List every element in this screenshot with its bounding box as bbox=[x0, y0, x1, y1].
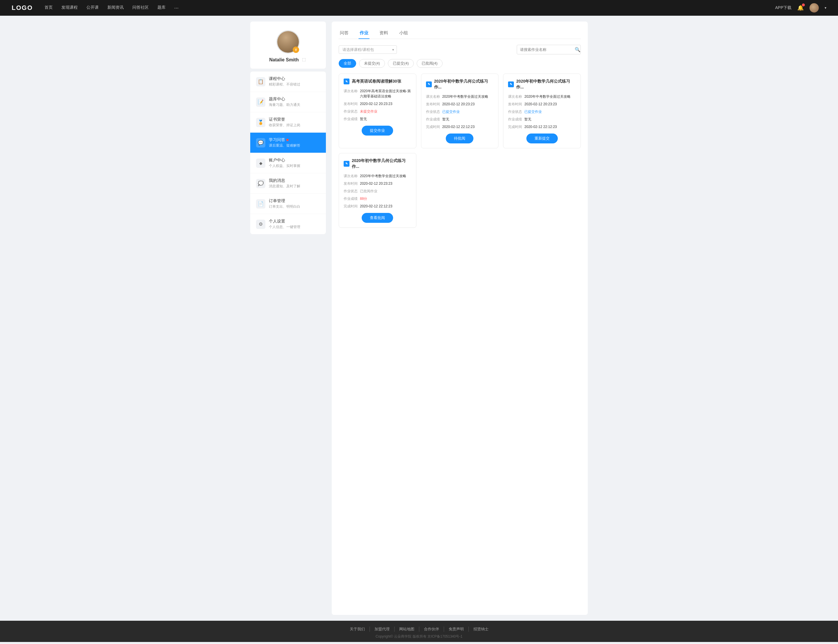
edit-profile-icon[interactable]: ⬚ bbox=[301, 57, 307, 63]
search-input[interactable] bbox=[517, 46, 572, 54]
footer-link-partners[interactable]: 合作伙伴 bbox=[419, 626, 444, 632]
footer-link-about[interactable]: 关于我们 bbox=[345, 626, 370, 632]
notification-bell[interactable]: 🔔 bbox=[797, 5, 803, 11]
question-bank-title: 题库中心 bbox=[269, 97, 320, 102]
footer-link-disclaimer[interactable]: 免责声明 bbox=[444, 626, 469, 632]
account-title: 账户中心 bbox=[269, 158, 320, 163]
settings-title: 个人设置 bbox=[269, 219, 320, 224]
profile-card: V Natalie Smith ⬚ bbox=[250, 21, 326, 69]
sidebar-item-messages[interactable]: 💭 我的消息 消息通知、及时了解 bbox=[250, 173, 326, 194]
tab-homework[interactable]: 作业 bbox=[358, 27, 370, 39]
view-review-button[interactable]: 查看批阅 bbox=[361, 213, 393, 223]
profile-name: Natalie Smith bbox=[269, 57, 299, 62]
question-bank-subtitle: 海量习题、助力通关 bbox=[269, 102, 320, 107]
messages-subtitle: 消息通知、及时了解 bbox=[269, 184, 320, 189]
submit-assignment-button[interactable]: 提交作业 bbox=[361, 126, 393, 136]
certificate-text: 证书荣誉 收获荣誉、持证上岗 bbox=[269, 117, 320, 128]
tab-materials[interactable]: 资料 bbox=[378, 27, 389, 39]
assignment-card-2: ✎ 2020年初中数学几何公式练习作... 课次名称 2020年中考数学全面过关… bbox=[421, 74, 499, 148]
footer-link-sitemap[interactable]: 网站地图 bbox=[394, 626, 419, 632]
sidebar-item-question-bank[interactable]: 📝 题库中心 海量习题、助力通关 bbox=[250, 92, 326, 112]
nav-question-bank[interactable]: 题库 bbox=[158, 5, 166, 11]
main-container: V Natalie Smith ⬚ 📋 课程中心 精彩课程、不容错过 📝 题库中… bbox=[245, 16, 593, 621]
assignment-card-4: ✎ 2020年初中数学几何公式练习作... 课次名称 2020年中考数学全面过关… bbox=[339, 153, 416, 228]
course-center-text: 课程中心 精彩课程、不容错过 bbox=[269, 76, 320, 87]
filter-not-submitted[interactable]: 未提交(4) bbox=[359, 59, 385, 68]
orders-subtitle: 订单支出、明明白白 bbox=[269, 204, 320, 209]
card-field-4-finish: 完成时间 2020-02-12 22:12:23 bbox=[343, 204, 411, 209]
sidebar-item-orders[interactable]: 📄 订单管理 订单支出、明明白白 bbox=[250, 194, 326, 214]
profile-name-row: Natalie Smith ⬚ bbox=[256, 57, 320, 63]
tab-qa[interactable]: 问答 bbox=[339, 27, 350, 39]
nav-news[interactable]: 新闻资讯 bbox=[107, 5, 124, 11]
resubmit-button[interactable]: 重新提交 bbox=[526, 133, 558, 143]
status-badge-2: 已提交作业 bbox=[442, 109, 494, 114]
course-center-icon: 📋 bbox=[256, 77, 265, 86]
qa-text: 学习问答 课后重温、疑难解答 bbox=[269, 137, 320, 148]
card-field-4-score: 作业成绩 88分 bbox=[343, 196, 411, 201]
settings-text: 个人设置 个人信息、一键管理 bbox=[269, 219, 320, 230]
card-field-2-finish: 完成时间 2020-02-12 22:12:23 bbox=[426, 124, 494, 130]
tab-group[interactable]: 小组 bbox=[398, 27, 409, 39]
sidebar-item-qa[interactable]: 💬 学习问答 课后重温、疑难解答 bbox=[250, 133, 326, 153]
card-btn-row-1: 提交作业 bbox=[343, 126, 411, 136]
orders-title: 订单管理 bbox=[269, 199, 320, 204]
card-field-4-status: 作业状态 已批阅作业 bbox=[343, 189, 411, 194]
filter-reviewed[interactable]: 已批阅(4) bbox=[417, 59, 442, 68]
qa-notification-dot bbox=[286, 139, 289, 141]
card-field-2-status: 作业状态 已提交作业 bbox=[426, 109, 494, 114]
nav-more[interactable]: ··· bbox=[174, 5, 179, 11]
assignment-icon-3: ✎ bbox=[508, 81, 514, 87]
card-field-3-course: 课次名称 2020年中考数学全面过关攻略 bbox=[508, 94, 576, 99]
course-select-wrapper: 请选择课程/课程包 ▾ bbox=[339, 45, 397, 54]
avatar[interactable] bbox=[810, 3, 819, 13]
filter-all[interactable]: 全部 bbox=[339, 59, 356, 68]
status-badge-1: 未提交作业 bbox=[360, 109, 411, 114]
assignment-icon-1: ✎ bbox=[343, 79, 350, 84]
card-btn-row-2: 待批阅 bbox=[426, 133, 494, 143]
card-title-row-4: ✎ 2020年初中数学几何公式练习作... bbox=[343, 158, 411, 169]
question-bank-icon: 📝 bbox=[256, 97, 265, 107]
nav-open-courses[interactable]: 公开课 bbox=[86, 5, 99, 11]
messages-text: 我的消息 消息通知、及时了解 bbox=[269, 178, 320, 189]
account-text: 账户中心 个人权益、实时掌握 bbox=[269, 158, 320, 168]
filter-submitted[interactable]: 已提交(4) bbox=[388, 59, 414, 68]
chevron-down-icon[interactable]: ▾ bbox=[825, 6, 826, 10]
orders-icon: 📄 bbox=[256, 199, 265, 209]
status-filter: 全部 未提交(4) 已提交(4) 已批阅(4) bbox=[339, 59, 581, 68]
pending-review-button[interactable]: 待批阅 bbox=[446, 133, 473, 143]
certificate-icon: 🏅 bbox=[256, 118, 265, 127]
assignment-icon-4: ✎ bbox=[343, 161, 350, 167]
search-button[interactable]: 🔍 bbox=[572, 45, 581, 54]
qa-icon: 💬 bbox=[256, 138, 265, 148]
sidebar-item-certificate[interactable]: 🏅 证书荣誉 收获荣誉、持证上岗 bbox=[250, 112, 326, 133]
messages-icon: 💭 bbox=[256, 179, 265, 188]
filter-row: 请选择课程/课程包 ▾ 🔍 bbox=[339, 45, 581, 54]
logo: LOGO bbox=[12, 4, 33, 12]
account-icon: ◆ bbox=[256, 159, 265, 168]
header-right: APP下载 🔔 ▾ bbox=[775, 3, 826, 13]
sidebar-item-account[interactable]: ◆ 账户中心 个人权益、实时掌握 bbox=[250, 153, 326, 173]
avatar-image bbox=[810, 3, 819, 13]
app-download[interactable]: APP下载 bbox=[775, 5, 792, 10]
assignments-grid: ✎ 高考英语试卷阅读理解30张 课次名称 2020年高考英语全面过关攻略-第六期… bbox=[339, 74, 581, 228]
card-title-2: 2020年初中数学几何公式练习作... bbox=[434, 79, 494, 90]
avatar-wrapper: V bbox=[276, 30, 300, 54]
card-btn-row-3: 重新提交 bbox=[508, 133, 576, 143]
certificate-title: 证书荣誉 bbox=[269, 117, 320, 122]
status-badge-4: 已批阅作业 bbox=[360, 189, 411, 194]
nav-home[interactable]: 首页 bbox=[44, 5, 53, 11]
qa-title: 学习问答 bbox=[269, 137, 320, 143]
sidebar: V Natalie Smith ⬚ 📋 课程中心 精彩课程、不容错过 📝 题库中… bbox=[250, 21, 326, 615]
card-field-2-score: 作业成绩 暂无 bbox=[426, 117, 494, 122]
search-wrapper: 🔍 bbox=[517, 45, 581, 54]
nav-courses[interactable]: 发现课程 bbox=[61, 5, 78, 11]
footer-link-franchise[interactable]: 加盟代理 bbox=[370, 626, 394, 632]
card-title-row-2: ✎ 2020年初中数学几何公式练习作... bbox=[426, 79, 494, 90]
sidebar-item-settings[interactable]: ⚙ 个人设置 个人信息、一键管理 bbox=[250, 214, 326, 234]
nav-qa-community[interactable]: 问答社区 bbox=[132, 5, 149, 11]
sidebar-item-course-center[interactable]: 📋 课程中心 精彩课程、不容错过 bbox=[250, 72, 326, 92]
assignment-card-3: ✎ 2020年初中数学几何公式练习作... 课次名称 2020年中考数学全面过关… bbox=[503, 74, 581, 148]
footer-link-careers[interactable]: 招贤纳士 bbox=[469, 626, 493, 632]
course-select[interactable]: 请选择课程/课程包 bbox=[339, 45, 397, 54]
